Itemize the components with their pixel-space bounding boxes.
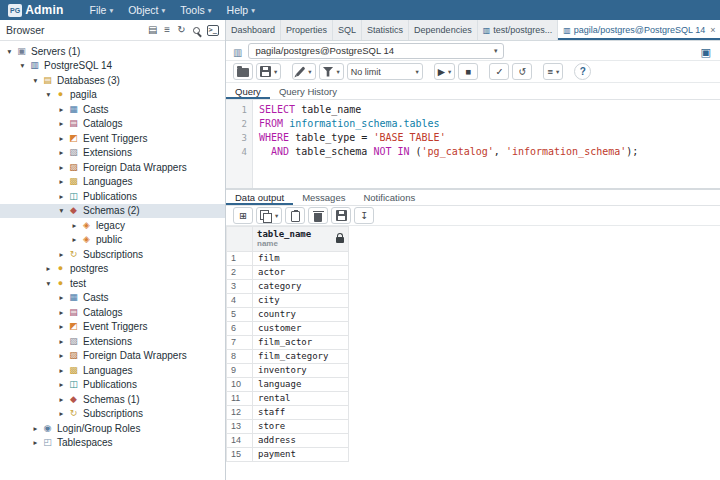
copy-button[interactable]: ▾ <box>256 207 282 224</box>
delete-button[interactable] <box>308 207 328 224</box>
cell-table-name[interactable]: country <box>253 307 349 321</box>
chevron-down-icon[interactable]: ▾ <box>56 206 67 215</box>
chevron-right-icon[interactable]: ▸ <box>56 337 67 346</box>
row-number-header[interactable] <box>227 227 253 252</box>
tree-item-subscriptions[interactable]: ▸Subscriptions <box>0 247 225 262</box>
row-number[interactable]: 2 <box>227 265 253 279</box>
tab-test-postgres[interactable]: ▥test/postgres... <box>478 20 559 40</box>
chevron-right-icon[interactable]: ▸ <box>56 177 67 186</box>
row-number[interactable]: 11 <box>227 391 253 405</box>
cell-table-name[interactable]: film_actor <box>253 335 349 349</box>
chevron-right-icon[interactable]: ▸ <box>56 366 67 375</box>
save-button[interactable]: ▾ <box>256 63 281 80</box>
chevron-right-icon[interactable]: ▸ <box>30 438 41 447</box>
chevron-right-icon[interactable]: ▸ <box>56 250 67 259</box>
chevron-right-icon[interactable]: ▸ <box>56 322 67 331</box>
menu-icon[interactable]: ≡ <box>164 25 170 35</box>
row-number[interactable]: 4 <box>227 293 253 307</box>
chevron-right-icon[interactable]: ▸ <box>56 163 67 172</box>
chevron-right-icon[interactable]: ▸ <box>56 148 67 157</box>
tree-item-login-group-roles[interactable]: ▸Login/Group Roles <box>0 421 225 436</box>
tab-messages[interactable]: Messages <box>293 190 354 205</box>
chevron-down-icon[interactable]: ▾ <box>43 90 54 99</box>
tab-properties[interactable]: Properties <box>281 20 333 40</box>
tree-item-foreign-data-wrappers[interactable]: ▸Foreign Data Wrappers <box>0 160 225 175</box>
help-button[interactable]: ? <box>574 63 591 80</box>
chevron-down-icon[interactable]: ▾ <box>30 76 41 85</box>
tree-item-languages[interactable]: ▸Languages <box>0 363 225 378</box>
code-line[interactable]: 2FROM information_schema.tables <box>226 117 720 131</box>
search-icon[interactable] <box>193 27 200 34</box>
chevron-right-icon[interactable]: ▸ <box>56 119 67 128</box>
chevron-right-icon[interactable]: ▸ <box>56 308 67 317</box>
chevron-right-icon[interactable]: ▸ <box>43 264 54 273</box>
chevron-right-icon[interactable]: ▸ <box>56 134 67 143</box>
add-row-button[interactable]: ⊞ <box>233 207 253 224</box>
row-number[interactable]: 7 <box>227 335 253 349</box>
row-number[interactable]: 9 <box>227 363 253 377</box>
limit-select[interactable]: No limit▾ <box>347 63 423 80</box>
cell-table-name[interactable]: actor <box>253 265 349 279</box>
cell-table-name[interactable]: language <box>253 377 349 391</box>
tab-pagila-postgres-postgresql-14[interactable]: ▥pagila/postgres@PostgreSQL 14× <box>558 20 720 40</box>
connection-select[interactable]: pagila/postgres@PostgreSQL 14 ▾ <box>248 43 504 59</box>
chevron-right-icon[interactable]: ▸ <box>69 221 80 230</box>
tree-item-event-triggers[interactable]: ▸Event Triggers <box>0 131 225 146</box>
cell-table-name[interactable]: city <box>253 293 349 307</box>
save-data-button[interactable] <box>331 207 351 224</box>
row-number[interactable]: 15 <box>227 447 253 461</box>
paste-button[interactable] <box>285 207 305 224</box>
code-line[interactable]: 1SELECT table_name <box>226 103 720 117</box>
tree-item-postgres[interactable]: ▸postgres <box>0 262 225 277</box>
tab-dependencies[interactable]: Dependencies <box>409 20 478 40</box>
commit-button[interactable]: ✓ <box>489 63 509 80</box>
close-icon[interactable]: × <box>710 25 715 35</box>
row-number[interactable]: 8 <box>227 349 253 363</box>
row-number[interactable]: 12 <box>227 405 253 419</box>
chevron-right-icon[interactable]: ▸ <box>56 105 67 114</box>
tree-item-servers-1[interactable]: ▾Servers (1) <box>0 44 225 59</box>
chevron-right-icon[interactable]: ▸ <box>69 235 80 244</box>
tree-item-publications[interactable]: ▸Publications <box>0 378 225 393</box>
row-number[interactable]: 14 <box>227 433 253 447</box>
chevron-right-icon[interactable]: ▸ <box>30 424 41 433</box>
chevron-down-icon[interactable]: ▾ <box>4 47 15 56</box>
row-number[interactable]: 3 <box>227 279 253 293</box>
tree-item-catalogs[interactable]: ▸Catalogs <box>0 305 225 320</box>
tree-item-databases-3[interactable]: ▾Databases (3) <box>0 73 225 88</box>
row-number[interactable]: 6 <box>227 321 253 335</box>
tree-item-extensions[interactable]: ▸Extensions <box>0 334 225 349</box>
tree-item-public[interactable]: ▸public <box>0 233 225 248</box>
cell-table-name[interactable]: store <box>253 419 349 433</box>
row-number[interactable]: 1 <box>227 251 253 265</box>
tab-data-output[interactable]: Data output <box>226 190 293 205</box>
chevron-down-icon[interactable]: ▾ <box>17 61 28 70</box>
tree-item-test[interactable]: ▾test <box>0 276 225 291</box>
menu-help[interactable]: Help▾ <box>227 4 255 16</box>
edit-button[interactable]: ▾ <box>292 63 315 80</box>
sql-editor[interactable]: 1SELECT table_name2FROM information_sche… <box>226 100 720 188</box>
tree-item-publications[interactable]: ▸Publications <box>0 189 225 204</box>
chevron-right-icon[interactable]: ▸ <box>56 192 67 201</box>
chevron-right-icon[interactable]: ▸ <box>56 293 67 302</box>
cell-table-name[interactable]: film <box>253 251 349 265</box>
tree-item-postgresql-14[interactable]: ▾PostgreSQL 14 <box>0 59 225 74</box>
download-button[interactable]: ↧ <box>354 207 374 224</box>
tree-item-legacy[interactable]: ▸legacy <box>0 218 225 233</box>
code-line[interactable]: 3WHERE table_type = 'BASE TABLE' <box>226 131 720 145</box>
tree-item-tablespaces[interactable]: ▸Tablespaces <box>0 436 225 451</box>
stop-button[interactable]: ■ <box>458 63 478 80</box>
row-number[interactable]: 13 <box>227 419 253 433</box>
tree-item-schemas-1[interactable]: ▸Schemas (1) <box>0 392 225 407</box>
tab-query-history[interactable]: Query History <box>270 83 346 99</box>
cell-table-name[interactable]: inventory <box>253 363 349 377</box>
rollback-button[interactable]: ↺ <box>512 63 532 80</box>
tree-item-languages[interactable]: ▸Languages <box>0 175 225 190</box>
cell-table-name[interactable]: category <box>253 279 349 293</box>
tree-item-extensions[interactable]: ▸Extensions <box>0 146 225 161</box>
chevron-right-icon[interactable]: ▸ <box>56 380 67 389</box>
refresh-icon[interactable]: ↻ <box>177 25 185 35</box>
chevron-down-icon[interactable]: ▾ <box>43 279 54 288</box>
code-line[interactable]: 4 AND table_schema NOT IN ('pg_catalog',… <box>226 145 720 159</box>
tab-query[interactable]: Query <box>226 83 270 99</box>
